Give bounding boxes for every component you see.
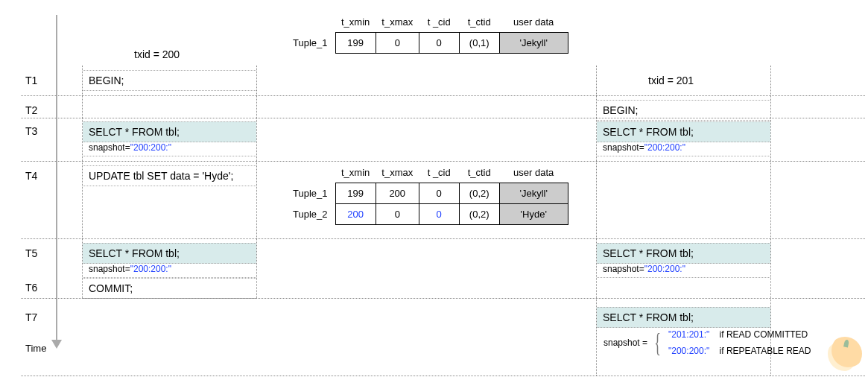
tuple-row-label: Tuple_2 (283, 204, 335, 225)
tuple-row: Tuple_1 199 0 0 (0,1) 'Jekyll' (283, 33, 568, 54)
cell: (0,2) (459, 183, 499, 204)
snapshot-line: snapshot="200:200:" (597, 141, 770, 156)
tuple-row: Tuple_2 200 0 0 (0,2) 'Hyde' (283, 204, 568, 225)
col-t_ctid: t_ctid (459, 13, 499, 33)
stmt-select: SELCT * FROM tbl; (83, 121, 256, 142)
timeline-arrowhead-icon (51, 340, 62, 349)
step-t4: T4 (25, 170, 48, 182)
tuple-row: Tuple_1 199 200 0 (0,2) 'Jekyll' (283, 183, 568, 204)
snapshot-value: "200:200:" (668, 346, 709, 356)
step-t5: T5 (25, 247, 48, 259)
stmt-select: SELCT * FROM tbl; (597, 243, 770, 264)
col-t_xmin: t_xmin (335, 164, 376, 183)
step-t1: T1 (25, 75, 48, 86)
stmt-select: SELCT * FROM tbl; (597, 121, 770, 142)
snapshot-value: "201:201:" (668, 329, 709, 340)
snapshot-cases: snapshot = { "201:201:" if READ COMMITTE… (604, 326, 811, 359)
cell: 0 (419, 183, 459, 204)
snapshot-line: snapshot="200:200:" (83, 141, 256, 156)
col-userdata: user data (499, 13, 568, 33)
cell: 0 (419, 204, 459, 225)
brace-icon: { (655, 329, 662, 356)
tuple-row-label: Tuple_1 (283, 33, 335, 54)
cell: 199 (335, 183, 376, 204)
cell-userdata: 'Jekyll' (499, 33, 568, 54)
timeline-axis (56, 15, 57, 343)
stmt-update: UPDATE tbl SET data = 'Hyde'; (83, 165, 256, 186)
cell: 200 (335, 204, 376, 225)
col-t_ctid: t_ctid (459, 164, 499, 183)
stmt-select: SELCT * FROM tbl; (597, 307, 770, 328)
stmt-select: SELCT * FROM tbl; (83, 243, 256, 264)
step-t2: T2 (25, 104, 48, 116)
snapshot-condition: if REPEATABLE READ (720, 346, 811, 356)
stmt-begin: BEGIN; (597, 100, 770, 121)
time-label: Time (25, 343, 46, 354)
cell-userdata: 'Hyde' (499, 204, 568, 225)
snapshot-line: snapshot="200:200:" (597, 262, 770, 278)
cell: 0 (376, 204, 419, 225)
snapshot-prefix: snapshot = (604, 338, 647, 348)
col-t_cid: t _cid (419, 13, 459, 33)
snapshot-condition: if READ COMMITTED (720, 329, 808, 340)
step-t6: T6 (25, 282, 48, 294)
cell: (0,1) (459, 33, 499, 54)
watermark-logo-icon (828, 337, 862, 371)
cell: 199 (335, 33, 376, 54)
tuple-table-initial: t_xmin t_xmax t _cid t_ctid user data Tu… (283, 13, 568, 54)
snapshot-line: snapshot="200:200:" (83, 262, 256, 278)
txn-left-label: txid = 200 (134, 48, 180, 60)
col-userdata: user data (499, 164, 568, 183)
tuple-row-label: Tuple_1 (283, 183, 335, 204)
col-t_xmin: t_xmin (335, 13, 376, 33)
separator (21, 376, 865, 376)
txn-left-column: BEGIN; SELCT * FROM tbl; snapshot="200:2… (82, 66, 257, 298)
cell-userdata: 'Jekyll' (499, 183, 568, 204)
stmt-commit: COMMIT; (83, 278, 256, 299)
cell: (0,2) (459, 204, 499, 225)
step-t3: T3 (25, 125, 48, 137)
cell: 0 (419, 33, 459, 54)
cell: 0 (376, 33, 419, 54)
stmt-begin: BEGIN; (83, 70, 256, 91)
step-t7: T7 (25, 311, 48, 323)
col-t_xmax: t_xmax (376, 13, 419, 33)
cell: 200 (376, 183, 419, 204)
col-t_cid: t _cid (419, 164, 459, 183)
tuple-table-after-update: t_xmin t_xmax t _cid t_ctid user data Tu… (283, 164, 568, 225)
col-t_xmax: t_xmax (376, 164, 419, 183)
